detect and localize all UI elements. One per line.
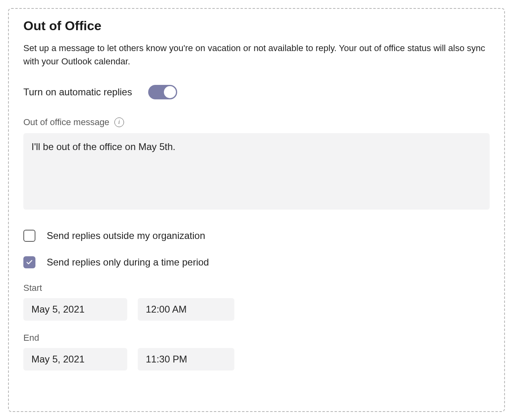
automatic-replies-label: Turn on automatic replies [23,86,132,98]
info-icon[interactable]: i [114,117,124,127]
message-label: Out of office message [23,117,110,128]
message-label-row: Out of office message i [23,117,490,128]
toggle-knob [164,86,176,98]
start-time-input[interactable]: 12:00 AM [138,298,234,321]
outside-org-checkbox-row: Send replies outside my organization [23,230,490,242]
start-inputs: May 5, 2021 12:00 AM [23,298,490,321]
end-time-input[interactable]: 11:30 PM [138,348,234,371]
time-period-label[interactable]: Send replies only during a time period [47,257,209,268]
end-label: End [23,333,490,343]
page-title: Out of Office [23,19,490,33]
end-date-input[interactable]: May 5, 2021 [23,348,127,371]
out-of-office-panel: Out of Office Set up a message to let ot… [8,8,505,412]
start-date-input[interactable]: May 5, 2021 [23,298,127,321]
outside-org-label[interactable]: Send replies outside my organization [47,230,205,241]
automatic-replies-toggle-row: Turn on automatic replies [23,85,490,99]
out-of-office-message-input[interactable] [23,133,490,210]
automatic-replies-toggle[interactable] [148,85,177,99]
outside-org-checkbox[interactable] [23,230,35,242]
description-text: Set up a message to let others know you'… [23,41,490,68]
schedule-section: Start May 5, 2021 12:00 AM End May 5, 20… [23,283,490,371]
end-inputs: May 5, 2021 11:30 PM [23,348,490,371]
time-period-checkbox-row: Send replies only during a time period [23,256,490,268]
time-period-checkbox[interactable] [23,256,35,268]
start-label: Start [23,283,490,293]
